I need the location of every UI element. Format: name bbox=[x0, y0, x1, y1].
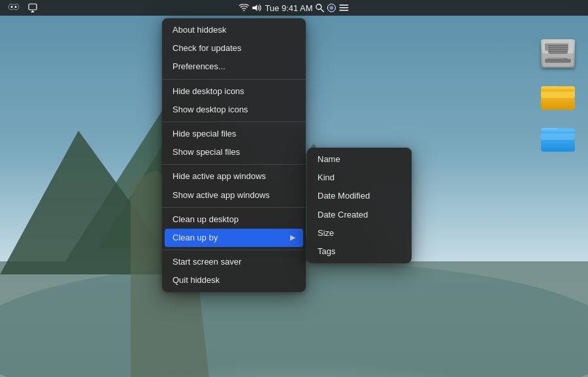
submenu-item-kind[interactable]: Kind bbox=[307, 169, 412, 187]
dropdown-container: About hiddesk Check for updates Preferen… bbox=[162, 18, 412, 292]
svg-point-22 bbox=[15, 6, 17, 8]
menu-item-hide-desktop[interactable]: Hide desktop icons bbox=[162, 82, 306, 101]
submenu-clean-up-by: Name Kind Date Modified Date Created Siz… bbox=[307, 148, 412, 263]
menu-item-quit[interactable]: Quit hiddesk bbox=[162, 271, 306, 289]
menu-item-show-special[interactable]: Show special files bbox=[162, 143, 306, 161]
menubar: Tue 9:41 AM bbox=[0, 0, 588, 16]
submenu-item-date-modified[interactable]: Date Modified bbox=[307, 187, 412, 205]
svg-rect-23 bbox=[29, 4, 37, 10]
svg-line-27 bbox=[321, 9, 324, 12]
yellow-folder-icon-img bbox=[541, 81, 575, 110]
yellow-folder-desktop-icon[interactable] bbox=[541, 81, 575, 110]
search-icon[interactable] bbox=[316, 3, 325, 12]
svg-point-29 bbox=[330, 6, 334, 10]
svg-marker-24 bbox=[31, 10, 35, 12]
submenu-arrow-icon: ▶ bbox=[290, 233, 295, 242]
svg-point-21 bbox=[11, 6, 13, 8]
svg-rect-32 bbox=[340, 10, 349, 11]
hiddesk-menubar-icon[interactable] bbox=[8, 3, 20, 12]
hdd-desktop-icon[interactable] bbox=[541, 39, 575, 68]
svg-point-26 bbox=[316, 5, 321, 10]
menu-item-show-active[interactable]: Show active app windows bbox=[162, 186, 306, 205]
menu-item-clean-up-by[interactable]: Clean up by ▶ bbox=[165, 229, 303, 247]
main-menu: About hiddesk Check for updates Preferen… bbox=[162, 18, 306, 292]
separator-2 bbox=[162, 122, 306, 122]
hdd-icon-img bbox=[541, 39, 575, 68]
svg-rect-15 bbox=[546, 57, 566, 63]
menubar-left bbox=[8, 3, 38, 12]
menu-item-hide-special[interactable]: Hide special files bbox=[162, 125, 306, 143]
hamburger-menu-icon[interactable] bbox=[339, 4, 350, 12]
menu-item-check-updates[interactable]: Check for updates bbox=[162, 39, 306, 57]
submenu-item-date-created[interactable]: Date Created bbox=[307, 206, 412, 224]
menu-item-about[interactable]: About hiddesk bbox=[162, 21, 306, 39]
menu-item-hide-active[interactable]: Hide active app windows bbox=[162, 167, 306, 186]
menu-item-preferences[interactable]: Preferences... bbox=[162, 57, 306, 76]
svg-rect-31 bbox=[340, 7, 349, 8]
svg-point-16 bbox=[564, 58, 568, 62]
submenu-item-name[interactable]: Name bbox=[307, 150, 412, 169]
menu-item-show-desktop[interactable]: Show desktop icons bbox=[162, 101, 306, 119]
separator-4 bbox=[162, 207, 306, 208]
blue-folder-icon-img bbox=[541, 123, 575, 152]
submenu-item-tags[interactable]: Tags bbox=[307, 242, 412, 261]
svg-rect-11 bbox=[545, 43, 568, 51]
separator-5 bbox=[162, 250, 306, 250]
menu-item-screen-saver[interactable]: Start screen saver bbox=[162, 253, 306, 271]
svg-marker-25 bbox=[252, 5, 257, 11]
desktop-icons-container bbox=[541, 39, 575, 152]
volume-icon[interactable] bbox=[252, 3, 262, 12]
submenu-item-size[interactable]: Size bbox=[307, 224, 412, 242]
menubar-center: Tue 9:41 AM bbox=[238, 3, 349, 13]
wifi-icon[interactable] bbox=[238, 4, 249, 12]
blue-folder-desktop-icon[interactable] bbox=[541, 123, 575, 152]
separator-1 bbox=[162, 79, 306, 80]
menubar-time: Tue 9:41 AM bbox=[265, 3, 312, 13]
svg-rect-30 bbox=[340, 5, 349, 6]
separator-3 bbox=[162, 164, 306, 165]
airplay-icon[interactable] bbox=[27, 3, 38, 12]
siri-icon[interactable] bbox=[327, 3, 336, 12]
menu-item-clean-up[interactable]: Clean up desktop bbox=[162, 210, 306, 229]
